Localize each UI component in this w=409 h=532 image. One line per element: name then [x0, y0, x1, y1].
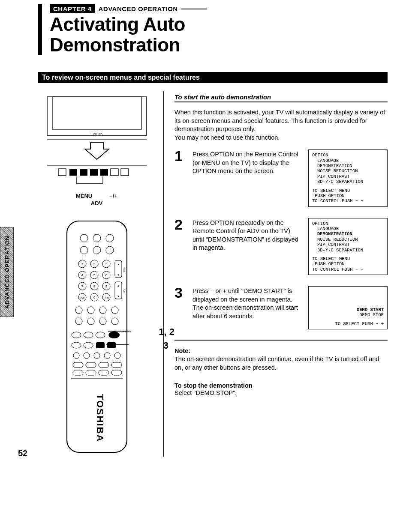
tv-menu-label: MENU: [76, 193, 92, 199]
svg-point-72: [84, 353, 90, 359]
svg-rect-80: [73, 370, 83, 375]
page-header: CHAPTER 4 ADVANCED OPERATION Activating …: [38, 4, 388, 55]
step-3: 3 Press − or + until "DEMO START" is dis…: [174, 286, 388, 329]
svg-point-73: [94, 353, 100, 359]
svg-point-61: [111, 318, 118, 325]
svg-point-56: [99, 307, 106, 314]
svg-point-64: [96, 332, 105, 338]
svg-rect-70: [107, 342, 116, 348]
svg-rect-69: [96, 342, 105, 348]
svg-text:▲: ▲: [117, 263, 120, 266]
svg-text:RTN: RTN: [103, 296, 108, 299]
svg-point-75: [114, 353, 120, 359]
svg-rect-1: [52, 97, 141, 129]
remote-brand-label: TOSHIBA: [95, 394, 105, 442]
svg-rect-77: [86, 362, 96, 368]
svg-text:5: 5: [93, 273, 95, 277]
step-1-num: 1: [174, 149, 186, 206]
svg-point-62: [72, 332, 81, 338]
svg-rect-76: [73, 362, 83, 368]
svg-rect-79: [111, 362, 122, 368]
svg-point-67: [72, 342, 81, 348]
osd-box-2: OPTION LANGUAGE DEMONSTRATION NOISE REDU…: [308, 218, 388, 275]
svg-rect-9: [100, 169, 108, 176]
svg-text:▼: ▼: [117, 274, 120, 276]
svg-rect-5: [58, 169, 66, 176]
svg-rect-11: [121, 169, 129, 176]
svg-text:7: 7: [81, 284, 83, 288]
svg-text:6: 6: [105, 273, 107, 277]
tv-adv-label: ADV: [38, 200, 156, 206]
tv-brand-label: TOSHIBA: [91, 132, 102, 135]
svg-rect-8: [90, 169, 98, 176]
note-head: Note:: [174, 347, 388, 354]
step-1-text: Press OPTION on the Remote Control (or M…: [192, 149, 302, 206]
svg-rect-6: [69, 169, 77, 176]
osd-box-1: OPTION LANGUAGE DEMONSTRATION NOISE REDU…: [308, 149, 388, 206]
svg-point-60: [99, 318, 106, 325]
stop-head: To stop the demonstration: [174, 382, 388, 389]
chapter-row: CHAPTER 4 ADVANCED OPERATION: [50, 4, 388, 13]
svg-rect-83: [111, 370, 122, 375]
svg-text:2: 2: [93, 262, 95, 266]
svg-point-55: [87, 307, 94, 314]
svg-rect-81: [86, 370, 96, 375]
svg-text:1: 1: [81, 262, 83, 266]
svg-text:8: 8: [93, 284, 95, 288]
svg-point-20: [93, 246, 101, 254]
svg-text:3: 3: [105, 262, 107, 266]
step-2: 2 Press OPTION repeatedly on the Remote …: [174, 218, 388, 275]
svg-point-65: [108, 332, 120, 338]
stop-body: Select "DEMO STOP".: [174, 389, 388, 398]
svg-point-16: [80, 234, 88, 242]
right-column: To start the auto demonstration When thi…: [174, 91, 388, 457]
page-number: 52: [18, 448, 27, 458]
svg-text:0: 0: [93, 296, 95, 299]
svg-rect-10: [111, 169, 118, 176]
svg-marker-3: [85, 142, 109, 159]
svg-point-17: [93, 234, 101, 242]
svg-point-19: [80, 246, 88, 254]
svg-point-74: [104, 353, 110, 359]
svg-point-58: [75, 318, 82, 325]
step-1: 1 Press OPTION on the Remote Control (or…: [174, 149, 388, 206]
tv-minusplus-label: −/+: [109, 193, 117, 199]
subhead: To start the auto demonstration: [174, 93, 388, 102]
svg-point-59: [87, 318, 94, 325]
tv-front-diagram: TOSHIBA: [45, 95, 148, 185]
osd-box-3: DEMO START DEMO STOP TO SELECT PUSH − +: [308, 286, 388, 329]
remote-diagram-wrap: 1 2 3 4 5 6 7 8 9 100 0 RTN ▲▼VOL: [38, 217, 156, 457]
step-3-text: Press − or + until "DEMO START" is displ…: [192, 286, 302, 329]
svg-text:▲: ▲: [117, 284, 120, 287]
svg-text:VOL: VOL: [123, 267, 126, 273]
section-bar: To review on-screen menus and special fe…: [38, 72, 388, 83]
svg-rect-7: [80, 169, 87, 176]
svg-point-68: [84, 342, 93, 348]
svg-point-18: [106, 234, 114, 242]
svg-rect-82: [99, 370, 109, 375]
svg-point-57: [111, 307, 118, 314]
svg-text:▼: ▼: [117, 295, 120, 298]
step-2-text: Press OPTION repeatedly on the Remote Co…: [192, 218, 302, 275]
callout-1-2: 1, 2: [159, 326, 174, 338]
svg-text:4: 4: [81, 273, 83, 277]
side-tab-label: ADVANCED OPERATION: [4, 236, 10, 309]
svg-point-63: [84, 332, 93, 338]
page-title: Activating Auto Demonstration: [50, 14, 388, 55]
svg-point-21: [106, 246, 114, 254]
svg-text:9: 9: [105, 284, 107, 288]
side-tab: ADVANCED OPERATION: [0, 227, 14, 317]
intro-text: When this function is activated, your TV…: [174, 108, 388, 142]
svg-point-54: [75, 307, 82, 314]
callout-3: 3: [163, 340, 168, 351]
chapter-rule: [181, 9, 207, 9]
step-2-num: 2: [174, 218, 186, 275]
svg-rect-78: [99, 362, 109, 368]
step-3-num: 3: [174, 286, 186, 329]
svg-text:100: 100: [80, 296, 84, 299]
note-body: The on-screen demonstration will continu…: [174, 355, 388, 372]
steps-block: 1 Press OPTION on the Remote Control (or…: [174, 149, 388, 341]
chapter-label: ADVANCED OPERATION: [99, 5, 178, 12]
left-column: TOSHIBA MENU −/+: [38, 91, 164, 457]
svg-point-71: [73, 353, 79, 359]
